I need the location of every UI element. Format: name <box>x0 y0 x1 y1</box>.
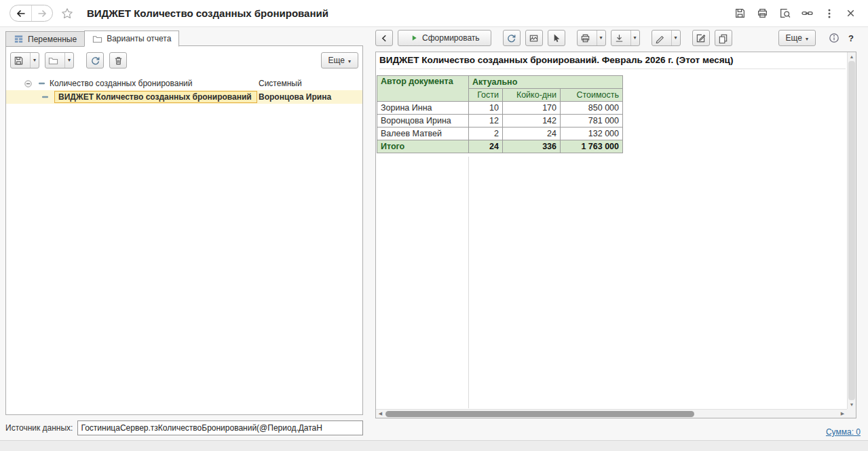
cell-guests[interactable]: 10 <box>469 102 503 115</box>
refresh-report-button[interactable] <box>503 30 521 46</box>
header-cost[interactable]: Стоимость <box>561 89 623 102</box>
help-button[interactable]: ? <box>846 33 856 43</box>
variants-toolbar: Еще <box>6 46 362 76</box>
cell-author[interactable]: Зорина Инна <box>377 102 469 115</box>
save-icon[interactable] <box>734 7 746 19</box>
cell-bed-days[interactable]: 142 <box>503 115 561 128</box>
header-author[interactable]: Автор документа <box>377 76 469 102</box>
copy-button[interactable] <box>715 30 732 46</box>
generate-button[interactable]: Сформировать <box>398 30 491 46</box>
forward-button[interactable] <box>31 5 52 21</box>
play-icon <box>409 33 419 43</box>
titlebar-actions <box>734 7 856 19</box>
sum-link[interactable]: Сумма: 0 <box>826 427 861 437</box>
vertical-scrollbar[interactable] <box>847 52 856 409</box>
save-variant-button[interactable] <box>10 52 39 68</box>
header-group[interactable]: Актуально <box>469 76 623 89</box>
link-icon[interactable] <box>801 7 813 19</box>
format-button[interactable] <box>652 30 681 46</box>
tab-label: Переменные <box>28 35 77 44</box>
refresh-icon <box>90 56 100 66</box>
report-back-button[interactable] <box>375 30 393 46</box>
table-row: Воронцова Ирина 12 142 781 000 <box>377 115 623 128</box>
info-icon[interactable] <box>827 31 841 45</box>
caret-down-icon <box>597 31 605 45</box>
scroll-up-icon[interactable] <box>848 52 856 61</box>
horizontal-scrollbar[interactable] <box>376 409 847 418</box>
preview-icon[interactable] <box>779 7 791 19</box>
scroll-corner <box>847 409 856 418</box>
scroll-down-icon[interactable] <box>848 400 856 409</box>
scroll-right-icon[interactable] <box>838 410 847 418</box>
report-toolbar: Сформировать <box>375 29 856 47</box>
download-icon <box>611 31 627 45</box>
table-header-row-1: Автор документа Актуально <box>377 76 623 89</box>
tree-row-root[interactable]: Количество созданных бронирований Систем… <box>6 77 362 90</box>
total-bed-days[interactable]: 336 <box>503 140 561 153</box>
cell-cost[interactable]: 781 000 <box>561 115 623 128</box>
pane-splitter[interactable] <box>364 31 369 437</box>
header-bed-days[interactable]: Койко-дни <box>503 89 561 102</box>
vertical-scroll-thumb[interactable] <box>848 61 855 400</box>
more-button-left[interactable]: Еще <box>321 52 358 68</box>
refresh-button[interactable] <box>86 52 104 68</box>
cursor-arrow-icon <box>551 33 561 43</box>
header-guests[interactable]: Гости <box>469 89 503 102</box>
datasource-label: Источник данных: <box>5 423 73 433</box>
chart-settings-button[interactable] <box>525 30 543 46</box>
chevron-left-icon <box>379 33 390 43</box>
select-pointer-button[interactable] <box>548 30 565 46</box>
edit-button[interactable] <box>692 30 710 46</box>
variant-author: Системный <box>259 77 302 90</box>
table-row: Валеев Матвей 2 24 132 000 <box>377 128 623 140</box>
caret-down-icon <box>348 56 351 65</box>
scroll-left-icon[interactable] <box>376 410 385 418</box>
item-dash-icon <box>41 90 50 104</box>
datasource-row: Источник данных: <box>5 420 363 436</box>
report-variants-panel: Еще Количество созданных бронирований Си… <box>5 45 363 415</box>
print-button[interactable] <box>577 30 606 46</box>
tree-row-variant-selected[interactable]: ВИДЖЕТ Количество созданных бронирований… <box>6 90 362 104</box>
datasource-input[interactable] <box>77 420 363 435</box>
cell-cost[interactable]: 132 000 <box>561 128 623 140</box>
selected-variant-name[interactable]: ВИДЖЕТ Количество созданных бронирований <box>54 91 257 103</box>
close-icon[interactable] <box>846 8 856 18</box>
tab-variables[interactable]: Переменные <box>5 31 85 47</box>
floppy-icon <box>11 53 26 68</box>
cell-bed-days[interactable]: 170 <box>503 102 561 115</box>
caret-down-icon <box>630 31 639 45</box>
cell-bed-days[interactable]: 24 <box>503 128 561 140</box>
horizontal-scroll-thumb[interactable] <box>385 411 694 417</box>
favorite-star-icon[interactable] <box>61 7 73 20</box>
column-divider <box>468 157 469 408</box>
cell-cost[interactable]: 850 000 <box>561 102 623 115</box>
printer-icon <box>578 31 593 45</box>
tab-report-variants[interactable]: Варианты отчета <box>84 31 179 47</box>
caret-down-icon <box>64 53 73 68</box>
variant-name: Количество созданных бронирований <box>50 77 192 90</box>
print-icon[interactable] <box>757 7 768 19</box>
cell-author[interactable]: Воронцова Ирина <box>377 115 469 128</box>
copy-sheets-icon <box>718 33 728 43</box>
download-button[interactable] <box>611 30 640 46</box>
open-variant-button[interactable] <box>45 52 74 68</box>
arrow-left-icon <box>16 8 26 19</box>
refresh-icon <box>506 33 516 43</box>
delete-button[interactable] <box>109 52 127 68</box>
variables-grid-icon <box>14 34 24 44</box>
item-dash-icon <box>38 77 46 90</box>
titlebar: ВИДЖЕТ Количество созданных бронирований <box>0 0 868 27</box>
total-label[interactable]: Итого <box>377 140 469 153</box>
report-title: ВИДЖЕТ Количество созданных бронирований… <box>379 55 846 69</box>
cell-author[interactable]: Валеев Матвей <box>377 128 469 140</box>
menu-kebab-icon[interactable] <box>824 8 835 19</box>
cell-guests[interactable]: 2 <box>469 128 503 140</box>
more-button-right[interactable]: Еще <box>778 30 816 46</box>
total-guests[interactable]: 24 <box>469 140 503 153</box>
report-table: Автор документа Актуально Гости Койко-дн… <box>377 75 623 153</box>
collapse-toggle-icon[interactable] <box>24 77 32 90</box>
picture-icon <box>529 33 539 43</box>
back-button[interactable] <box>10 5 31 21</box>
cell-guests[interactable]: 12 <box>469 115 503 128</box>
total-cost[interactable]: 1 763 000 <box>561 140 623 153</box>
